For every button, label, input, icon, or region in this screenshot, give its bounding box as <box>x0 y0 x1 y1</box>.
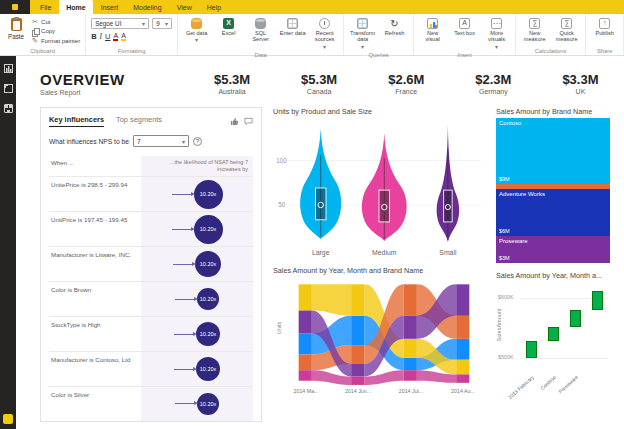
cut-button[interactable]: Cut <box>32 18 80 25</box>
tab-file[interactable]: File <box>33 0 58 14</box>
influencer-row[interactable]: Color is Silver 10.20x <box>49 386 253 421</box>
ribbon-column-segment[interactable] <box>351 316 364 345</box>
violin-chart[interactable]: Units by Product and Sale Size 100 50 <box>273 107 485 258</box>
waterfall-bar[interactable] <box>570 310 581 327</box>
tab-key-influencers[interactable]: Key influencers <box>49 115 104 127</box>
new-visual-button[interactable]: New visual <box>419 16 446 43</box>
influencer-row[interactable]: Manufacturer is Litware, INC. 10.20x <box>49 246 253 281</box>
influencer-bubble[interactable]: 10.20x <box>194 215 223 244</box>
waterfall-bar[interactable] <box>548 327 559 341</box>
highlight-color-icon[interactable] <box>121 32 126 41</box>
ribbon-column-segment[interactable] <box>456 360 469 375</box>
font-color-icon[interactable] <box>113 32 118 41</box>
excel-button[interactable]: Excel <box>215 16 242 36</box>
influencer-bubble-cell: 10.20x <box>141 247 253 281</box>
ribbon-column-segment[interactable] <box>299 355 312 371</box>
kpi-card-germany[interactable]: $2.3M Germany <box>450 72 537 95</box>
kpi-card-canada[interactable]: $5.3M Canada <box>276 72 363 95</box>
kpi-label: Germany <box>450 88 537 95</box>
violin-category-label: Medium <box>372 249 397 256</box>
ribbon-column-segment[interactable] <box>299 284 312 310</box>
ribbon-column-segment[interactable] <box>299 334 312 355</box>
new-measure-button[interactable]: New measure <box>521 16 548 43</box>
treemap-block-adventure-works[interactable]: Adventure Works$6M <box>496 184 610 236</box>
font-family-select[interactable]: Segoe UI <box>91 18 149 29</box>
ribbon-chart[interactable]: Sales Amount by Year, Month and Brand Na… <box>273 266 485 409</box>
arrow-right-icon <box>174 369 194 370</box>
waterfall-chart[interactable]: Sales Amount by Year, Month a... SalesAm… <box>496 271 610 412</box>
arrow-right-icon <box>172 194 192 195</box>
more-visuals-button[interactable]: More visuals <box>483 16 510 51</box>
sql-server-button[interactable]: SQL Server <box>247 16 274 43</box>
influencer-bubble[interactable]: 10.20x <box>196 357 220 381</box>
influencer-row[interactable]: UnitPrice is 197.45 - 199.45 10.20x <box>49 211 253 246</box>
tab-help[interactable]: Help <box>200 0 228 14</box>
influencer-bubble[interactable]: 10.20x <box>194 180 223 209</box>
tab-home[interactable]: Home <box>59 0 92 14</box>
publish-label: Publish <box>595 30 613 36</box>
thumb-up-icon[interactable] <box>230 117 239 126</box>
waterfall-x-label: Proseware <box>536 374 579 413</box>
transform-data-button[interactable]: Transform data <box>349 16 376 51</box>
influencer-row[interactable]: Manufacturer is Contoso, Ltd 10.20x <box>49 351 253 386</box>
influencer-bubble[interactable]: 10.20x <box>197 393 219 415</box>
waterfall-bar[interactable] <box>592 291 603 310</box>
tab-modeling[interactable]: Modeling <box>126 0 168 14</box>
treemap-block-proseware[interactable]: Proseware$3M <box>496 236 610 263</box>
report-view-icon[interactable] <box>4 64 13 73</box>
help-icon[interactable]: ? <box>193 137 202 146</box>
tab-insert[interactable]: Insert <box>94 0 126 14</box>
ribbon-column-segment[interactable] <box>351 345 364 364</box>
influencer-bubble[interactable]: 10.20x <box>196 322 220 346</box>
treemap-block-contoso[interactable]: Contoso$9M <box>496 118 610 184</box>
comment-icon[interactable] <box>244 117 253 126</box>
paste-button[interactable]: Paste <box>5 16 27 40</box>
ribbon-column-segment[interactable] <box>299 370 312 380</box>
kpi-card-france[interactable]: $2.6M France <box>363 72 450 95</box>
ribbon-column-segment[interactable] <box>456 284 469 315</box>
treemap-chart[interactable]: Sales Amount by Brand Name Contoso$9MAdv… <box>496 107 610 263</box>
refresh-button[interactable]: Refresh <box>381 16 408 36</box>
ribbon-flow[interactable] <box>312 284 351 315</box>
ribbon-column-segment[interactable] <box>351 364 364 377</box>
publish-button[interactable]: Publish <box>591 16 618 36</box>
influencer-bubble[interactable]: 10.20x <box>195 251 221 277</box>
data-view-icon[interactable] <box>4 84 13 93</box>
ribbon-column-segment[interactable] <box>404 339 417 358</box>
influencer-row[interactable]: Color is Brown 10.20x <box>49 281 253 316</box>
tab-view[interactable]: View <box>170 0 199 14</box>
app-menu-button[interactable] <box>0 0 30 14</box>
ribbon-column-segment[interactable] <box>456 339 469 360</box>
copy-button[interactable]: Copy <box>32 28 80 35</box>
waterfall-bar[interactable] <box>526 341 537 358</box>
underline-button[interactable]: U <box>105 32 110 41</box>
get-data-button[interactable]: Get data <box>183 16 210 44</box>
key-influencers-visual[interactable]: Key influencers Top segments What influe… <box>40 107 262 422</box>
ribbon-column-segment[interactable] <box>404 370 417 380</box>
influencer-row[interactable]: UnitePrice is 298.5 - 299.94 10.20x <box>49 176 253 211</box>
recent-sources-button[interactable]: Recent sources <box>311 16 338 51</box>
quick-measure-button[interactable]: Quick measure <box>553 16 580 43</box>
format-painter-button[interactable]: Format painter <box>32 37 80 44</box>
bold-button[interactable]: B <box>91 32 96 41</box>
text-box-button[interactable]: Text box <box>451 16 478 36</box>
target-value-dropdown[interactable]: 7 <box>133 135 189 147</box>
influencer-bubble[interactable]: 10.20x <box>197 288 219 310</box>
ribbon-column-segment[interactable] <box>404 316 417 339</box>
influencer-row[interactable]: StockType is High 10.20x <box>49 316 253 351</box>
kpi-card-uk[interactable]: $3.3M UK <box>537 72 624 95</box>
font-size-select[interactable]: 9 <box>152 18 172 29</box>
influencer-condition: Color is Silver <box>49 387 141 421</box>
ribbon-column-segment[interactable] <box>404 358 417 371</box>
tab-top-segments[interactable]: Top segments <box>116 115 162 127</box>
ribbon-column-segment[interactable] <box>299 311 312 334</box>
ribbon-column-segment[interactable] <box>351 377 364 385</box>
kpi-card-australia[interactable]: $5.3M Australia <box>188 72 275 95</box>
ribbon-column-segment[interactable] <box>351 284 364 315</box>
ribbon-column-segment[interactable] <box>404 284 417 315</box>
italic-button[interactable]: I <box>100 32 103 41</box>
ribbon-column-segment[interactable] <box>456 374 469 382</box>
model-view-icon[interactable] <box>4 104 13 113</box>
ribbon-column-segment[interactable] <box>456 316 469 339</box>
enter-data-button[interactable]: Enter data <box>279 16 306 36</box>
